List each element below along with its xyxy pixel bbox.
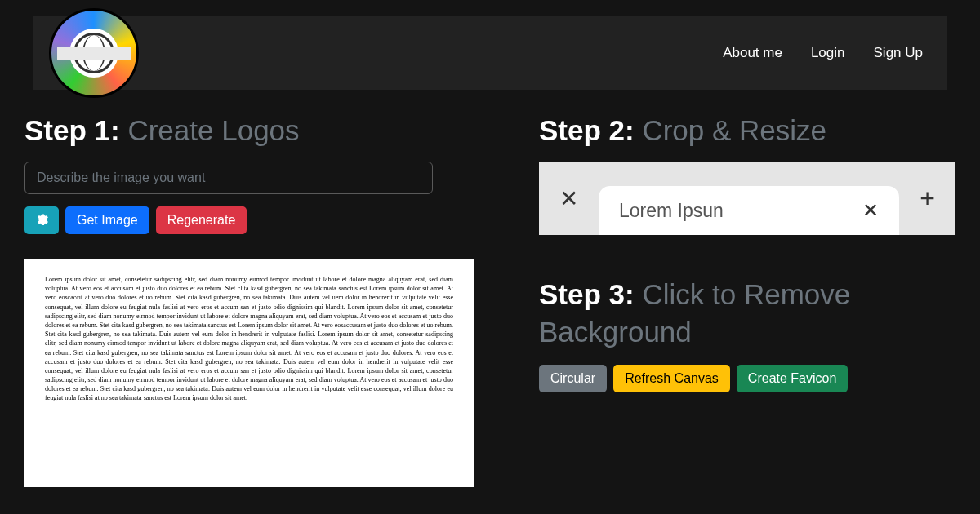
step1-title: Create Logos	[127, 114, 299, 146]
navbar: About me Login Sign Up	[33, 16, 947, 90]
step2-heading: Step 2: Crop & Resize	[539, 114, 956, 147]
create-favicon-button[interactable]: Create Favicon	[737, 365, 849, 392]
step1-heading: Step 1: Create Logos	[24, 114, 474, 147]
settings-button[interactable]	[24, 206, 59, 234]
regenerate-button[interactable]: Regenerate	[156, 206, 247, 234]
gear-icon	[34, 213, 49, 228]
nav-signup[interactable]: Sign Up	[874, 45, 923, 61]
step1-label: Step 1:	[24, 114, 120, 146]
step3-label: Step 3:	[539, 278, 635, 310]
nav-login[interactable]: Login	[811, 45, 845, 61]
close-icon[interactable]: ✕	[539, 185, 599, 212]
step3-heading: Step 3: Click to Remove Background	[539, 276, 956, 350]
browser-tabs: ✕ Lorem Ipsun ✕ +	[539, 162, 956, 235]
prompt-input[interactable]	[24, 162, 433, 194]
circular-button[interactable]: Circular	[539, 365, 607, 392]
brand-logo[interactable]	[49, 8, 139, 98]
refresh-canvas-button[interactable]: Refresh Canvas	[613, 365, 730, 392]
step2-label: Step 2:	[539, 114, 635, 146]
new-tab-icon[interactable]: +	[899, 184, 956, 214]
active-tab[interactable]: Lorem Ipsun ✕	[599, 186, 899, 235]
preview-image: Lorem ipsum dolor sit amet, consetetur s…	[24, 259, 474, 487]
step2-title: Crop & Resize	[642, 114, 826, 146]
preview-lorem-text: Lorem ipsum dolor sit amet, consetetur s…	[45, 275, 453, 403]
step3-buttons: Circular Refresh Canvas Create Favicon	[539, 365, 956, 392]
get-image-button[interactable]: Get Image	[65, 206, 149, 234]
nav-about[interactable]: About me	[723, 45, 782, 61]
tab-title: Lorem Ipsun	[619, 200, 724, 222]
step1-buttons: Get Image Regenerate	[24, 206, 474, 234]
tab-close-icon[interactable]: ✕	[862, 199, 879, 222]
nav-links: About me Login Sign Up	[723, 45, 923, 61]
